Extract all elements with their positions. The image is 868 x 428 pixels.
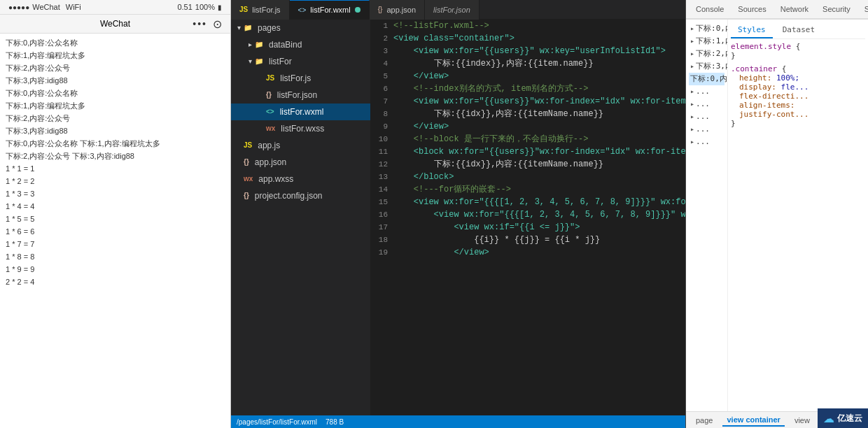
dom-line[interactable]: ▸ ... — [689, 98, 724, 110]
editor-area: ▾📁pages▸📁dataBind▾📁listFor JSlistFor.js … — [231, 20, 685, 415]
code-line: 9 </view> — [371, 120, 685, 133]
folder-icon: 📁 — [255, 55, 263, 69]
phone-line: 1 * 5 = 5 — [0, 213, 230, 225]
dom-line[interactable]: ▸ 下标:2,内容:公众号 — [689, 48, 724, 60]
line-number: 10 — [371, 133, 393, 145]
phone-line: 下标:3,内容:idig88 — [0, 124, 230, 137]
tree-item-projectConfig[interactable]: {}project.config.json — [231, 187, 370, 204]
expand-arrow[interactable]: ▸ — [690, 48, 694, 59]
expand-arrow[interactable]: ▸ — [690, 86, 694, 97]
style-prop-display: display: fle... — [731, 83, 865, 92]
line-number: 11 — [371, 145, 393, 158]
devtab-console[interactable]: Console — [689, 2, 731, 17]
tree-item-listForWxml[interactable]: <>listFor.wxml — [231, 104, 370, 120]
tree-label: listFor.js — [280, 71, 311, 85]
expand-arrow[interactable]: ▸ — [690, 136, 694, 148]
devtab-sources[interactable]: Sources — [731, 2, 773, 17]
tab-listForWxml[interactable]: <> listFor.wxml — [290, 0, 370, 20]
phone-line: 下标:1,内容:编程坑太多 — [0, 99, 230, 112]
line-content: <view wx:for="{{users}}" wx:key="userInf… — [393, 45, 685, 57]
line-content: <!--listFor.wxml--> — [393, 20, 685, 32]
tab-listForJson[interactable]: listFor.json — [425, 0, 479, 20]
tree-label: pages — [258, 21, 281, 35]
dom-text: 下标:1,内容:编程坑太多 — [696, 36, 728, 47]
line-number: 18 — [371, 234, 393, 246]
dom-line[interactable]: ▸ ... — [689, 85, 724, 98]
code-line: 5 </view> — [371, 70, 685, 83]
dom-text: 下标:2,内容:公众号 — [696, 48, 728, 59]
tab-page[interactable]: page — [692, 415, 717, 426]
phone-line: 1 * 1 = 1 — [0, 162, 230, 175]
js-icon: JS — [239, 6, 248, 13]
expand-arrow[interactable]: ▸ — [690, 23, 694, 34]
line-content: </view> — [393, 70, 685, 83]
line-number: 15 — [371, 196, 393, 208]
dom-line[interactable]: ▸ ... — [689, 123, 724, 136]
tree-item-listForJs[interactable]: JSlistFor.js — [231, 70, 370, 87]
expand-arrow[interactable]: ▸ — [690, 111, 694, 122]
dom-line[interactable]: 下标:0,内容:公众名称 下标:1,内容:编程坑太多 下标:2,内容:公众号 下… — [689, 73, 724, 85]
dom-line[interactable]: ▸ 下标:3,内容:idig88 — [689, 60, 724, 73]
dom-text: 下标:0,内容:公众名称 下标:1,内容:编程坑太多 下标:2,内容:公众号 下… — [690, 73, 728, 85]
dom-line[interactable]: ▸ ... — [689, 136, 724, 148]
phone-status-left: ●●●●● WeChat WiFi — [8, 3, 81, 11]
phone-line: 1 * 4 = 4 — [0, 200, 230, 213]
devtab-storage[interactable]: Storage — [858, 2, 868, 17]
line-content: </view> — [393, 120, 685, 133]
dom-panel[interactable]: ▸ 下标:0,内容:公众名称 ▸ 下标:1,内容:编程坑太多 ▸ 下标:2,内容… — [686, 20, 728, 411]
tree-item-listFor[interactable]: ▾📁listFor — [231, 53, 370, 70]
expand-arrow[interactable]: ▸ — [690, 36, 694, 47]
tree-item-appWxss[interactable]: wxapp.wxss — [231, 171, 370, 187]
code-line: 16 <view wx:for="{{{[1, 2, 3, 4, 5, 6, 7… — [371, 208, 685, 221]
line-content: <view class="container"> — [393, 32, 685, 45]
file-path: /pages/listFor/listFor.wxml — [237, 418, 317, 426]
expand-arrow[interactable]: ▸ — [690, 124, 694, 135]
line-content: {{i}} * {{j}} = {{i * j}} — [393, 234, 685, 246]
tree-item-pages[interactable]: ▾📁pages — [231, 20, 370, 36]
tree-label: listFor.wxss — [281, 122, 324, 136]
code-line: 3 <view wx:for="{{users}}" wx:key="userI… — [371, 45, 685, 57]
record-icon[interactable]: ⊙ — [213, 17, 222, 31]
modified-dot — [355, 7, 360, 13]
logo-text: 亿速云 — [837, 413, 862, 425]
menu-icon[interactable]: ••• — [192, 18, 207, 29]
tab-view[interactable]: view — [790, 415, 814, 426]
code-editor[interactable]: 1<!--listFor.wxml-->2<view class="contai… — [371, 20, 685, 415]
expand-arrow[interactable]: ▸ — [690, 61, 694, 72]
styles-panel: Styles Dataset element.style { } .contai… — [728, 20, 868, 411]
dom-line[interactable]: ▸ ... — [689, 110, 724, 123]
phone-line: 1 * 7 = 7 — [0, 238, 230, 250]
code-line: 1<!--listFor.wxml--> — [371, 20, 685, 32]
phone-content: 下标:0,内容:公众名称下标:1,内容:编程坑太多下标:2,内容:公众号下标:3… — [0, 34, 230, 428]
devtab-network[interactable]: Network — [774, 2, 816, 17]
code-line: 12 下标:{{idx}},内容:{{itemName.name}} — [371, 158, 685, 171]
expand-arrow[interactable]: ▸ — [690, 99, 694, 110]
tab-label-listForJs: listFor.js — [252, 6, 280, 14]
line-content: <view wx:if="{{i <= j}}"> — [393, 221, 685, 234]
tree-item-dataBind[interactable]: ▸📁dataBind — [231, 36, 370, 53]
tree-item-appJs[interactable]: JSapp.js — [231, 137, 370, 154]
devtab-security[interactable]: Security — [816, 2, 858, 17]
tab-view-container[interactable]: view container — [722, 414, 784, 427]
line-number: 4 — [371, 57, 393, 70]
tab-dataset[interactable]: Dataset — [776, 22, 822, 38]
js-icon: JS — [244, 138, 252, 152]
tree-item-listForWxss[interactable]: wxlistFor.wxss — [231, 120, 370, 137]
code-line: 15 <view wx:for="{{{[1, 2, 3, 4, 5, 6, 7… — [371, 196, 685, 208]
tree-label: project.config.json — [255, 189, 323, 203]
line-number: 5 — [371, 70, 393, 83]
tab-listForJs[interactable]: JS listFor.js — [231, 0, 290, 20]
tab-styles[interactable]: Styles — [731, 22, 773, 38]
phone-line: 下标:2,内容:公众号 下标:3,内容:idig88 — [0, 150, 230, 162]
code-line: 18 {{i}} * {{j}} = {{i * j}} — [371, 234, 685, 246]
tree-item-appJson[interactable]: {}app.json — [231, 154, 370, 171]
tab-appJson[interactable]: {} app.json — [370, 0, 425, 20]
network-speed: 0.51 — [177, 3, 192, 11]
line-content: 下标:{{idx}},内容:{{itemName.name}} — [393, 158, 685, 171]
phone-line: 1 * 6 = 6 — [0, 225, 230, 238]
tree-item-listForJson[interactable]: {}listFor.json — [231, 87, 370, 104]
line-content: 下标:{{index}},内容:{{item.name}} — [393, 57, 685, 70]
dom-line[interactable]: ▸ 下标:1,内容:编程坑太多 — [689, 35, 724, 48]
dom-line[interactable]: ▸ 下标:0,内容:公众名称 — [689, 22, 724, 35]
line-content: </view> — [393, 246, 685, 259]
